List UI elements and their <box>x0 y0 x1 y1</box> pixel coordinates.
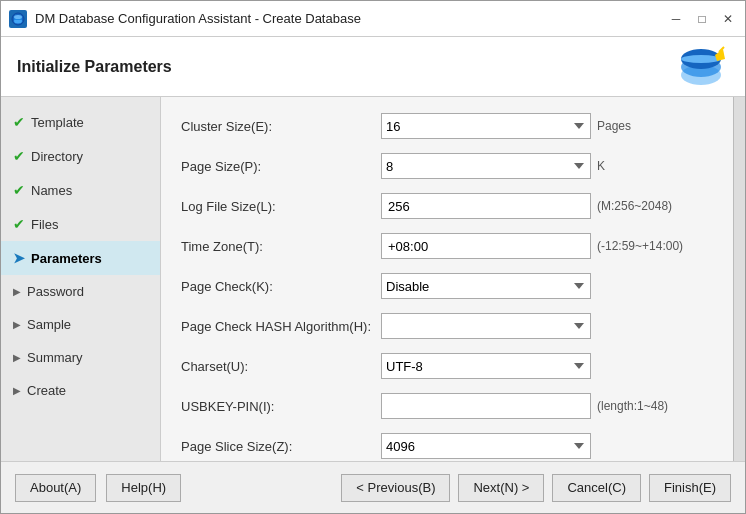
check-icon-names: ✔ <box>13 182 25 198</box>
previous-button[interactable]: < Previous(B) <box>341 474 450 502</box>
sidebar-item-summary[interactable]: ▶ Summary <box>1 341 160 374</box>
control-page-slice-size: 4096 2048 1024 <box>381 433 591 459</box>
help-button[interactable]: Help(H) <box>106 474 181 502</box>
sidebar-label-sample: Sample <box>27 317 71 332</box>
content-area: ✔ Template ✔ Directory ✔ Names ✔ Files ➤… <box>1 97 745 461</box>
select-page-check-hash[interactable]: SHA1 MD5 <box>381 313 591 339</box>
label-charset: Charset(U): <box>181 359 381 374</box>
label-time-zone: Time Zone(T): <box>181 239 381 254</box>
form-row-usbkey-pin: USBKEY-PIN(I): (length:1~48) <box>181 393 713 419</box>
form-row-charset: Charset(U): UTF-8 GBK ISO-8859-1 <box>181 353 713 379</box>
select-page-check[interactable]: Disable Enable <box>381 273 591 299</box>
sidebar-item-create[interactable]: ▶ Create <box>1 374 160 407</box>
app-icon <box>9 10 27 28</box>
check-icon-files: ✔ <box>13 216 25 232</box>
about-button[interactable]: About(A) <box>15 474 96 502</box>
form-row-page-size: Page Size(P): 8 4 16 K <box>181 153 713 179</box>
sidebar-item-files[interactable]: ✔ Files <box>1 207 160 241</box>
form-row-page-slice-size: Page Slice Size(Z): 4096 2048 1024 <box>181 433 713 459</box>
hint-log-file-size: (M:256~2048) <box>597 199 672 213</box>
next-button[interactable]: Next(N) > <box>458 474 544 502</box>
label-page-check: Page Check(K): <box>181 279 381 294</box>
sidebar-item-template[interactable]: ✔ Template <box>1 105 160 139</box>
sidebar-item-password[interactable]: ▶ Password <box>1 275 160 308</box>
control-charset: UTF-8 GBK ISO-8859-1 <box>381 353 591 379</box>
sidebar-item-parameters[interactable]: ➤ Parameters <box>1 241 160 275</box>
hint-usbkey-pin: (length:1~48) <box>597 399 668 413</box>
minimize-button[interactable]: ─ <box>667 10 685 28</box>
input-time-zone[interactable] <box>381 233 591 259</box>
form-row-cluster-size: Cluster Size(E): 16 8 4 Pages <box>181 113 713 139</box>
maximize-button[interactable]: □ <box>693 10 711 28</box>
form-row-page-check-hash: Page Check HASH Algorithm(H): SHA1 MD5 <box>181 313 713 339</box>
main-window: DM Database Configuration Assistant - Cr… <box>0 0 746 514</box>
tri-icon-create: ▶ <box>13 385 21 396</box>
control-cluster-size: 16 8 4 Pages <box>381 113 631 139</box>
label-usbkey-pin: USBKEY-PIN(I): <box>181 399 381 414</box>
sidebar-item-directory[interactable]: ✔ Directory <box>1 139 160 173</box>
control-time-zone: (-12:59~+14:00) <box>381 233 683 259</box>
check-icon-directory: ✔ <box>13 148 25 164</box>
form-row-page-check: Page Check(K): Disable Enable <box>181 273 713 299</box>
footer: About(A) Help(H) < Previous(B) Next(N) >… <box>1 461 745 513</box>
finish-button[interactable]: Finish(E) <box>649 474 731 502</box>
control-page-check: Disable Enable <box>381 273 591 299</box>
sidebar-item-sample[interactable]: ▶ Sample <box>1 308 160 341</box>
tri-icon-sample: ▶ <box>13 319 21 330</box>
control-page-check-hash: SHA1 MD5 <box>381 313 591 339</box>
label-cluster-size: Cluster Size(E): <box>181 119 381 134</box>
control-log-file-size: (M:256~2048) <box>381 193 672 219</box>
sidebar-label-directory: Directory <box>31 149 83 164</box>
select-charset[interactable]: UTF-8 GBK ISO-8859-1 <box>381 353 591 379</box>
app-logo <box>673 43 729 91</box>
main-form-area: Cluster Size(E): 16 8 4 Pages Page Size(… <box>161 97 733 461</box>
check-icon-template: ✔ <box>13 114 25 130</box>
window-title: DM Database Configuration Assistant - Cr… <box>35 11 667 26</box>
sidebar-item-names[interactable]: ✔ Names <box>1 173 160 207</box>
select-page-slice-size[interactable]: 4096 2048 1024 <box>381 433 591 459</box>
select-page-size[interactable]: 8 4 16 <box>381 153 591 179</box>
label-page-size: Page Size(P): <box>181 159 381 174</box>
hint-time-zone: (-12:59~+14:00) <box>597 239 683 253</box>
header-section: Initialize Parameters <box>1 37 745 97</box>
arrow-icon-parameters: ➤ <box>13 250 25 266</box>
label-log-file-size: Log File Size(L): <box>181 199 381 214</box>
form-row-log-file-size: Log File Size(L): (M:256~2048) <box>181 193 713 219</box>
input-log-file-size[interactable] <box>381 193 591 219</box>
scrollbar[interactable] <box>733 97 745 461</box>
title-bar-controls: ─ □ ✕ <box>667 10 737 28</box>
sidebar-label-summary: Summary <box>27 350 83 365</box>
sidebar-label-parameters: Parameters <box>31 251 102 266</box>
sidebar-label-template: Template <box>31 115 84 130</box>
sidebar-label-create: Create <box>27 383 66 398</box>
control-page-size: 8 4 16 K <box>381 153 605 179</box>
hint-cluster-size: Pages <box>597 119 631 133</box>
label-page-slice-size: Page Slice Size(Z): <box>181 439 381 454</box>
tri-icon-password: ▶ <box>13 286 21 297</box>
title-bar: DM Database Configuration Assistant - Cr… <box>1 1 745 37</box>
svg-point-7 <box>681 55 721 63</box>
form-row-time-zone: Time Zone(T): (-12:59~+14:00) <box>181 233 713 259</box>
close-button[interactable]: ✕ <box>719 10 737 28</box>
hint-page-size: K <box>597 159 605 173</box>
input-usbkey-pin[interactable] <box>381 393 591 419</box>
page-title: Initialize Parameters <box>17 58 172 76</box>
svg-point-3 <box>14 15 22 19</box>
select-cluster-size[interactable]: 16 8 4 <box>381 113 591 139</box>
tri-icon-summary: ▶ <box>13 352 21 363</box>
sidebar-label-files: Files <box>31 217 58 232</box>
control-usbkey-pin: (length:1~48) <box>381 393 668 419</box>
footer-right: < Previous(B) Next(N) > Cancel(C) Finish… <box>341 474 731 502</box>
sidebar-label-password: Password <box>27 284 84 299</box>
sidebar: ✔ Template ✔ Directory ✔ Names ✔ Files ➤… <box>1 97 161 461</box>
cancel-button[interactable]: Cancel(C) <box>552 474 641 502</box>
sidebar-label-names: Names <box>31 183 72 198</box>
label-page-check-hash: Page Check HASH Algorithm(H): <box>181 319 381 334</box>
